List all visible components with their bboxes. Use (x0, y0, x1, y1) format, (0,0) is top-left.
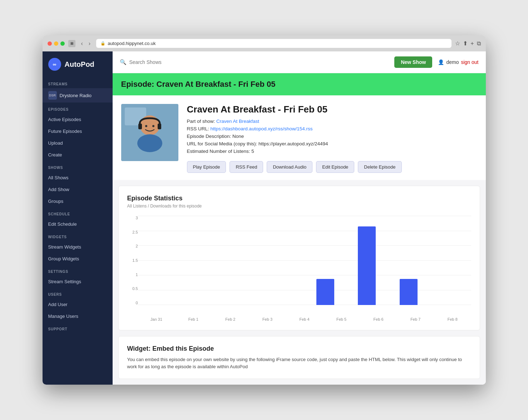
y-label-1_5: 1.5 (127, 258, 138, 262)
sidebar-item-group-widgets[interactable]: Group Widgets (43, 253, 113, 265)
widget-description: You can embed this episode on your own w… (127, 356, 471, 370)
chart-bar-group (221, 216, 263, 305)
sidebar-item-create[interactable]: Create (43, 149, 113, 161)
chart-bar-group (305, 216, 346, 305)
stream-name: Drystone Radio (60, 93, 92, 98)
sidebar: ∞ AutoPod STREAMS DSR Drystone Radio EPI… (43, 51, 113, 385)
browser-actions: ☆ ⬆ + ⧉ (455, 40, 480, 47)
top-bar: 🔍 New Show 👤 demo sign out (113, 51, 486, 73)
chart-bar (400, 279, 418, 305)
y-label-0_5: 0.5 (127, 286, 138, 291)
svg-point-3 (137, 134, 162, 152)
sidebar-item-edit-schedule[interactable]: Edit Schedule (43, 218, 113, 230)
episode-thumbnail (121, 104, 178, 161)
y-label-1: 1 (127, 272, 138, 277)
chart-x-labels: Jan 31Feb 1Feb 2Feb 3Feb 4Feb 5Feb 6Feb … (138, 317, 471, 321)
download-audio-button[interactable]: Download Audio (267, 161, 312, 173)
minimize-button[interactable] (54, 41, 58, 46)
episode-detail-section: Craven At Breakfast - Fri Feb 05 Part of… (113, 95, 486, 180)
stream-badge: DSR (48, 91, 57, 100)
new-tab-button[interactable]: + (470, 40, 474, 47)
logo-text: AutoPod (65, 60, 94, 69)
sidebar-item-future-episodes[interactable]: Future Episodes (43, 125, 113, 137)
episode-social-url: URL for Social Media (copy this): https:… (187, 141, 477, 146)
search-icon: 🔍 (120, 59, 127, 65)
play-episode-button[interactable]: Play Episode (187, 161, 226, 173)
tab-icon: ⊞ (68, 40, 75, 47)
show-link[interactable]: Craven At Breakfast (216, 119, 259, 124)
chart-area: 3 2.5 2 1.5 1 0.5 0 (127, 216, 471, 316)
y-label-0: 0 (127, 301, 138, 305)
widgets-section-label: WIDGETS (43, 230, 113, 241)
episode-listens: Estimated Number of Listens: 5 (187, 149, 477, 154)
search-area: 🔍 (120, 59, 237, 65)
share-button[interactable]: ⬆ (463, 40, 468, 47)
chart-x-label: Feb 6 (360, 317, 397, 321)
autopod-logo-icon: ∞ (48, 58, 61, 71)
episode-header-bar: Episode: Craven At Breakfast - Fri Feb 0… (113, 73, 486, 95)
rss-url-link[interactable]: https://dashboard.autopod.xyz/rss/show/1… (211, 126, 313, 131)
chart-x-label: Feb 2 (212, 317, 249, 321)
sidebar-item-add-show[interactable]: Add Show (43, 184, 113, 195)
episode-rss-url: RSS URL: https://dashboard.autopod.xyz/r… (187, 126, 477, 131)
widget-title: Widget: Embed this Episode (127, 345, 471, 352)
chart-bar-group (138, 216, 180, 305)
shows-section-label: SHOWS (43, 161, 113, 172)
chart-bar-group (346, 216, 388, 305)
streams-section-label: STREAMS (43, 77, 113, 88)
lock-icon: 🔒 (100, 41, 105, 46)
new-show-button[interactable]: New Show (394, 56, 432, 68)
y-label-3: 3 (127, 216, 138, 220)
sidebar-item-upload[interactable]: Upload (43, 137, 113, 149)
episode-header-title: Episode: Craven At Breakfast - Fri Feb 0… (121, 80, 477, 89)
bookmarks-button[interactable]: ☆ (455, 40, 460, 47)
chart-x-label: Feb 5 (323, 317, 360, 321)
sidebar-item-all-shows[interactable]: All Shows (43, 172, 113, 184)
chart-bar-group (179, 216, 221, 305)
browser-window: ⊞ ‹ › 🔒 autopod.hippynet.co.uk ☆ ⬆ + ⧉ ∞… (43, 35, 486, 385)
chart-x-label: Feb 3 (249, 317, 286, 321)
chart-bar-group (429, 216, 471, 305)
address-bar[interactable]: 🔒 autopod.hippynet.co.uk (96, 39, 451, 48)
episode-title: Craven At Breakfast - Fri Feb 05 (187, 104, 477, 115)
y-label-2: 2 (127, 244, 138, 248)
traffic-lights (48, 41, 65, 46)
delete-episode-button[interactable]: Delete Episode (358, 161, 401, 173)
chart-x-label: Feb 4 (286, 317, 323, 321)
svg-point-6 (145, 125, 147, 127)
maximize-button[interactable] (60, 41, 65, 46)
user-area: 👤 demo sign out (438, 59, 478, 65)
support-section-label: SUPPORT (43, 322, 113, 333)
sidebar-item-groups[interactable]: Groups (43, 195, 113, 207)
stats-subtitle: All Listens / Downloads for this episode (127, 204, 471, 209)
episode-description: Episode Description: None (187, 134, 477, 139)
tabs-button[interactable]: ⧉ (477, 40, 481, 47)
sidebar-stream-drystone[interactable]: DSR Drystone Radio (43, 88, 113, 102)
close-button[interactable] (48, 41, 52, 46)
forward-button[interactable]: › (87, 40, 93, 48)
episode-part-of-show: Part of show: Craven At Breakfast (187, 119, 477, 124)
username-label: demo (446, 59, 459, 65)
episode-info: Craven At Breakfast - Fri Feb 05 Part of… (187, 104, 477, 173)
edit-episode-button[interactable]: Edit Episode (316, 161, 354, 173)
logo-area: ∞ AutoPod (43, 51, 113, 77)
svg-point-7 (152, 125, 154, 127)
sidebar-item-stream-settings[interactable]: Stream Settings (43, 276, 113, 288)
sidebar-item-active-episodes[interactable]: Active Episodes (43, 114, 113, 125)
chart-bar-group (388, 216, 430, 305)
stats-section: Episode Statistics All Listens / Downloa… (118, 186, 480, 330)
top-bar-right: New Show 👤 demo sign out (394, 56, 478, 68)
svg-rect-4 (138, 124, 142, 129)
app-container: ∞ AutoPod STREAMS DSR Drystone Radio EPI… (43, 51, 486, 385)
chart-bar-group (263, 216, 305, 305)
chart-bar (316, 279, 334, 305)
sidebar-item-manage-users[interactable]: Manage Users (43, 310, 113, 322)
rss-feed-button[interactable]: RSS Feed (230, 161, 263, 173)
chart-plot-area (138, 216, 471, 305)
sidebar-item-stream-widgets[interactable]: Stream Widgets (43, 241, 113, 253)
sidebar-item-add-user[interactable]: Add User (43, 299, 113, 310)
search-input[interactable] (129, 59, 237, 65)
chart-bar (358, 226, 376, 305)
back-button[interactable]: ‹ (79, 40, 85, 48)
signout-link[interactable]: sign out (461, 59, 478, 65)
